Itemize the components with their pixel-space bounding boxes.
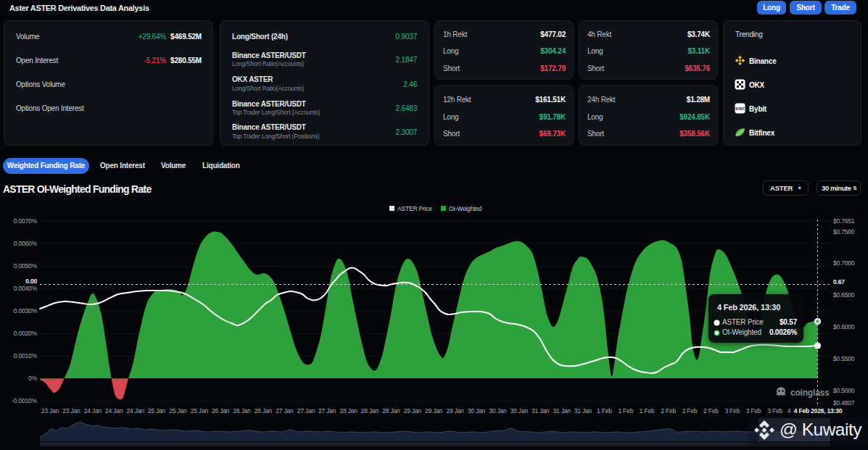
- svg-text:29 Jan: 29 Jan: [446, 407, 464, 414]
- svg-text:0.0030%: 0.0030%: [14, 307, 38, 314]
- svg-text:-0.0010%: -0.0010%: [12, 397, 37, 404]
- svg-text:28 Jan: 28 Jan: [361, 407, 379, 414]
- svg-text:0.00: 0.00: [25, 278, 37, 285]
- svg-text:4 Feb 2026, 13:30: 4 Feb 2026, 13:30: [794, 407, 843, 414]
- svg-text:$0.7000: $0.7000: [833, 259, 855, 267]
- svg-text:24 Jan: 24 Jan: [84, 407, 102, 414]
- svg-text:27 Jan: 27 Jan: [318, 407, 336, 414]
- svg-text:0.0010%: 0.0010%: [14, 352, 38, 359]
- svg-text:0.0040%: 0.0040%: [14, 285, 38, 292]
- svg-text:27 Jan: 27 Jan: [276, 407, 294, 414]
- svg-text:$0.7651: $0.7651: [833, 217, 855, 225]
- svg-text:30 Jan: 30 Jan: [489, 407, 507, 414]
- svg-text:25 Jan: 25 Jan: [169, 407, 187, 414]
- svg-text:23 Jan: 23 Jan: [62, 407, 80, 414]
- svg-text:26 Jan: 26 Jan: [212, 407, 230, 414]
- svg-text:31 Jan: 31 Jan: [532, 407, 550, 414]
- svg-text:27 Jan: 27 Jan: [297, 407, 315, 414]
- svg-text:29 Jan: 29 Jan: [404, 407, 422, 414]
- svg-text:0.0060%: 0.0060%: [14, 240, 38, 247]
- svg-text:0.67: 0.67: [833, 278, 845, 286]
- svg-text:23 Jan: 23 Jan: [41, 407, 59, 414]
- svg-text:3 Feb: 3 Feb: [724, 407, 740, 414]
- svg-text:$0.4807: $0.4807: [833, 399, 855, 407]
- svg-text:31 Jan: 31 Jan: [553, 407, 571, 414]
- svg-text:28 Jan: 28 Jan: [382, 407, 400, 414]
- svg-text:0.0050%: 0.0050%: [14, 262, 38, 270]
- svg-text:$0.6000: $0.6000: [833, 323, 855, 330]
- svg-text:25 Jan: 25 Jan: [191, 407, 209, 414]
- svg-text:0.0020%: 0.0020%: [14, 330, 38, 337]
- svg-text:$0.5000: $0.5000: [833, 387, 855, 394]
- svg-text:28 Jan: 28 Jan: [339, 407, 357, 414]
- svg-text:3 Feb: 3 Feb: [767, 407, 782, 414]
- svg-text:2 Feb: 2 Feb: [661, 407, 676, 414]
- svg-text:0.0070%: 0.0070%: [14, 217, 38, 225]
- svg-text:1 Feb: 1 Feb: [597, 407, 612, 414]
- svg-text:24 Jan: 24 Jan: [105, 407, 123, 414]
- svg-text:30 Jan: 30 Jan: [511, 407, 529, 414]
- svg-text:26 Jan: 26 Jan: [233, 407, 251, 414]
- svg-text:1 Feb: 1 Feb: [618, 407, 633, 414]
- svg-text:3 Feb: 3 Feb: [746, 407, 761, 414]
- svg-text:1 Feb: 1 Feb: [640, 407, 655, 414]
- svg-text:2 Feb: 2 Feb: [682, 407, 698, 414]
- svg-text:29 Jan: 29 Jan: [425, 407, 443, 414]
- svg-text:30 Jan: 30 Jan: [468, 407, 486, 414]
- svg-text:24 Jan: 24 Jan: [126, 407, 144, 414]
- svg-text:25 Jan: 25 Jan: [148, 407, 166, 414]
- svg-text:26 Jan: 26 Jan: [255, 407, 273, 414]
- svg-text:0%: 0%: [28, 375, 38, 382]
- svg-text:coinglass: coinglass: [790, 388, 830, 398]
- svg-text:2 Feb: 2 Feb: [703, 407, 719, 414]
- svg-text:$0.7500: $0.7500: [833, 228, 855, 236]
- svg-text:$0.6500: $0.6500: [833, 291, 855, 299]
- svg-text:4: 4: [788, 407, 791, 414]
- svg-text:31 Jan: 31 Jan: [574, 407, 592, 414]
- svg-text:$0.5500: $0.5500: [833, 355, 855, 362]
